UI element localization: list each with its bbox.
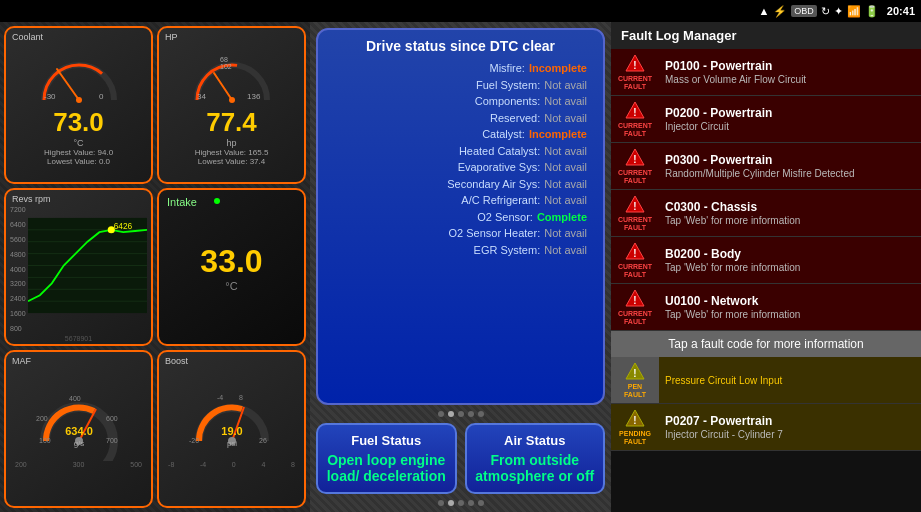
coolant-sub: Highest Value: 94.0 Lowest Value: 0.0: [44, 148, 113, 166]
maf-gauge-circle: 100 700 200 600 400 634.0 g/s: [34, 391, 124, 461]
hp-gauge-arc: 34 136 102 68: [192, 55, 272, 103]
fault-log-header: Fault Log Manager: [611, 22, 921, 49]
fault-item-p0207[interactable]: ! PENDINGFAULT P0207 - Powertrain Inject…: [611, 404, 921, 451]
obd-icon: OBD: [791, 5, 817, 17]
fault-item-p0300[interactable]: ! CURRENTFAULT P0300 - Powertrain Random…: [611, 143, 921, 190]
dtc-row-reserved: Reserved: Not avail: [334, 110, 587, 127]
fault-text-p0100: P0100 - Powertrain Mass or Volume Air Fl…: [659, 55, 921, 90]
svg-line-8: [214, 73, 232, 100]
svg-text:400: 400: [69, 395, 81, 402]
warning-icon-2: !: [624, 100, 646, 120]
fault-item-u0100[interactable]: ! CURRENTFAULT U0100 - Network Tap 'Web'…: [611, 284, 921, 331]
fault-badge-p0100: ! CURRENTFAULT: [611, 49, 659, 95]
svg-text:!: !: [633, 368, 636, 379]
fault-badge-u0100: ! CURRENTFAULT: [611, 284, 659, 330]
signal-icon: ▲: [758, 5, 769, 17]
time-display: 20:41: [887, 5, 915, 17]
page-dot-4: [468, 411, 474, 417]
page-dots-top: [438, 411, 484, 417]
fault-item-p0200[interactable]: ! CURRENTFAULT P0200 - Powertrain Inject…: [611, 96, 921, 143]
coolant-unit: °C: [73, 138, 83, 148]
boost-label: Boost: [165, 356, 188, 366]
fault-item-b0200[interactable]: ! CURRENTFAULT B0200 - Body Tap 'Web' fo…: [611, 237, 921, 284]
svg-text:100: 100: [39, 437, 51, 444]
svg-text:!: !: [633, 248, 636, 259]
hp-value: 77.4: [206, 107, 257, 138]
dtc-row-heatedcat: Heated Catalyst: Not avail: [334, 143, 587, 160]
dtc-row-components: Components: Not avail: [334, 93, 587, 110]
dtc-row-fuelsys: Fuel System: Not avail: [334, 77, 587, 94]
fault-text-c0300: C0300 - Chassis Tap 'Web' for more infor…: [659, 196, 921, 231]
fault-text-u0100: U0100 - Network Tap 'Web' for more infor…: [659, 290, 921, 325]
svg-text:!: !: [633, 60, 636, 71]
svg-text:8: 8: [239, 394, 243, 401]
svg-text:psi: psi: [226, 439, 236, 448]
boost-gauge[interactable]: Boost -20 26 -4 8 19.0 psi -8-4048: [157, 350, 306, 508]
svg-text:6426: 6426: [114, 221, 133, 231]
maf-gauge[interactable]: MAF 100 700 200 600 400 634.0 g/s: [4, 350, 153, 508]
air-status-button[interactable]: Air Status From outside atmosphere or of…: [465, 423, 606, 494]
coolant-gauge-arc: -30 0: [39, 55, 119, 103]
svg-text:!: !: [633, 107, 636, 118]
dtc-panel: Drive status since DTC clear Misfire: In…: [316, 28, 605, 405]
fuel-status-title: Fuel Status: [326, 433, 447, 448]
sync-icon: ↻: [821, 5, 830, 18]
fault-text-b0200: B0200 - Body Tap 'Web' for more informat…: [659, 243, 921, 278]
revs-label: Revs rpm: [12, 194, 51, 204]
revs-graph: 6426: [28, 210, 147, 321]
dtc-row-misfire: Misfire: Incomplete: [334, 60, 587, 77]
svg-point-3: [76, 97, 82, 103]
air-status-title: Air Status: [475, 433, 596, 448]
middle-panel: Drive status since DTC clear Misfire: In…: [310, 22, 611, 512]
dtc-row-evapsys: Evaporative Sys: Not avail: [334, 159, 587, 176]
fault-text-p0207: P0207 - Powertrain Injector Circuit - Cy…: [659, 410, 921, 445]
fault-list: ! CURRENTFAULT P0100 - Powertrain Mass o…: [611, 49, 921, 512]
hp-label: HP: [165, 32, 178, 42]
svg-text:700: 700: [106, 437, 118, 444]
maf-scale: 200300500: [15, 461, 142, 468]
fault-badge-p0300: ! CURRENTFAULT: [611, 143, 659, 189]
hp-unit: hp: [226, 138, 236, 148]
fault-badge-c0300: ! CURRENTFAULT: [611, 190, 659, 236]
svg-text:-20: -20: [189, 437, 199, 444]
intake-unit: °C: [225, 280, 237, 292]
svg-text:26: 26: [259, 437, 267, 444]
fault-badge-p0200: ! CURRENTFAULT: [611, 96, 659, 142]
fuel-status-button[interactable]: Fuel Status Open loop engine load/ decel…: [316, 423, 457, 494]
svg-text:34: 34: [197, 92, 206, 101]
hp-gauge[interactable]: HP 34 136 102 68 77.4 hp Highest Value: …: [157, 26, 306, 184]
dtc-row-catalyst: Catalyst: Incomplete: [334, 126, 587, 143]
svg-text:g/s: g/s: [73, 439, 84, 448]
warning-icon-p0207: !: [624, 408, 646, 428]
svg-text:!: !: [633, 295, 636, 306]
svg-text:68: 68: [220, 56, 228, 63]
usb-icon: ⚡: [773, 5, 787, 18]
boost-scale: -8-4048: [168, 461, 295, 468]
warning-icon: !: [624, 53, 646, 73]
fault-item-p0100[interactable]: ! CURRENTFAULT P0100 - Powertrain Mass o…: [611, 49, 921, 96]
revs-gauge[interactable]: Revs rpm 7200 6400 5600 4800 4000 3200 2…: [4, 188, 153, 346]
boost-gauge-circle: -20 26 -4 8 19.0 psi: [187, 391, 277, 461]
fault-badge-pending1: ! PENFAULT: [611, 357, 659, 403]
bluetooth-icon: ✦: [834, 5, 843, 18]
dtc-row-acref: A/C Refrigerant: Not avail: [334, 192, 587, 209]
svg-text:19.0: 19.0: [221, 425, 242, 437]
coolant-gauge[interactable]: Coolant -30 0 73.0 °C Highest Value: 94.…: [4, 26, 153, 184]
page-dot-5: [478, 411, 484, 417]
page-dot-3: [458, 411, 464, 417]
page-dot-b1: [438, 500, 444, 506]
coolant-label: Coolant: [12, 32, 43, 42]
svg-point-9: [229, 97, 235, 103]
left-panel: Coolant -30 0 73.0 °C Highest Value: 94.…: [0, 22, 310, 512]
intake-dot: [214, 198, 220, 204]
svg-line-2: [57, 69, 79, 100]
fault-item-c0300[interactable]: ! CURRENTFAULT C0300 - Chassis Tap 'Web'…: [611, 190, 921, 237]
svg-text:200: 200: [36, 415, 48, 422]
svg-text:!: !: [633, 201, 636, 212]
battery-icon: 🔋: [865, 5, 879, 18]
fault-item-pending1[interactable]: ! PENFAULT Pressure Circuit Low Input: [611, 357, 921, 404]
intake-label: Intake: [167, 196, 197, 208]
intake-gauge[interactable]: Intake 33.0 °C: [157, 188, 306, 346]
page-dot-1: [438, 411, 444, 417]
intake-value: 33.0: [200, 243, 262, 280]
